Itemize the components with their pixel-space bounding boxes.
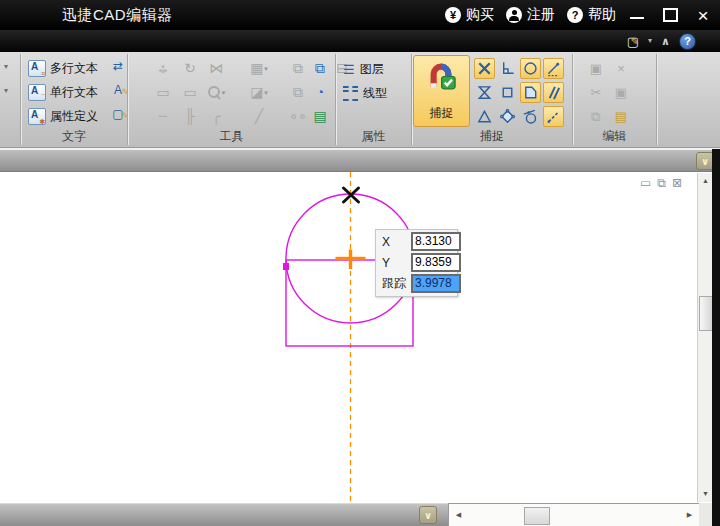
move-icon [156, 61, 170, 75]
document-window-controls: ▭⧉⊠ [640, 177, 682, 189]
layers-label: 图层 [360, 61, 384, 78]
chamfer-button[interactable]: ╱ [246, 106, 272, 126]
paste-button[interactable]: ▣ [585, 58, 607, 78]
layers-icon: ☰ [343, 63, 355, 76]
edit-text-icon[interactable]: A✎ [110, 82, 126, 98]
layers-button[interactable]: ☰图层 [343, 60, 384, 78]
edit-attribute-icon[interactable]: ▢✎ [110, 106, 126, 122]
doc-minimize[interactable]: ▭ [640, 177, 651, 189]
tray-1-icon: ▭ [156, 85, 169, 99]
scroll-up-button[interactable]: ▲ [698, 173, 713, 188]
group-divider [656, 54, 657, 145]
snap-apparent-icon [476, 108, 493, 125]
text-scale-icon[interactable]: ⇄ [110, 58, 126, 74]
erase-dropdown-icon[interactable]: ▾ [264, 89, 268, 96]
snap-nearest-icon [545, 60, 562, 77]
snap-node-button[interactable] [497, 82, 518, 103]
vertical-scroll-thumb[interactable] [699, 296, 713, 331]
update-reference-button[interactable]: ◔ [307, 82, 333, 102]
paste-special-button[interactable]: ▣ [610, 82, 632, 102]
snap-insertion-button[interactable] [497, 106, 518, 127]
y-label: Y [378, 256, 411, 270]
doc-close[interactable]: ⊠ [672, 177, 682, 189]
tooltip-row-track: 跟踪3.9978 [378, 274, 455, 293]
toolbar-dropdown-icon[interactable]: ▾ [648, 37, 652, 45]
snap-quadrant-button[interactable] [520, 82, 541, 103]
buy-icon: ¥ [445, 7, 461, 23]
snap-extension-button[interactable] [543, 106, 564, 127]
dtext-label: 单行文本 [50, 84, 98, 101]
format-painter-icon: ▤ [615, 110, 627, 123]
snap-intersection-button[interactable] [474, 58, 495, 79]
cut-button[interactable]: ✂ [585, 82, 607, 102]
y-value-field[interactable]: 9.8359 [411, 253, 461, 272]
erase-button[interactable]: ◪▾ [246, 82, 272, 102]
clipped-dropdown-icon[interactable]: ▾ [4, 62, 8, 71]
x-value-field[interactable]: 8.3130 [411, 232, 461, 251]
track-label: 跟踪 [378, 275, 411, 292]
zoom-object-dropdown-icon[interactable]: ▾ [222, 89, 226, 96]
paste-icon: ▣ [590, 62, 602, 75]
quick-help-icon[interactable]: ? [679, 33, 696, 50]
linetype-button[interactable]: 线型 [343, 84, 387, 102]
expand-commandline-button[interactable]: ∨ [419, 506, 437, 524]
titlebar-actions: ¥购买注册?帮助 [445, 0, 616, 30]
collapse-ribbon-icon[interactable]: ∧ [661, 36, 670, 47]
horizontal-scroll-thumb[interactable] [524, 507, 550, 525]
zoom-object-button[interactable]: ▾ [203, 82, 229, 102]
cut-icon: ✂ [591, 86, 602, 99]
move-button[interactable] [150, 58, 176, 78]
snap-toggle-button[interactable]: 捕捉 [413, 55, 470, 127]
snap-center-button[interactable] [520, 58, 541, 79]
break-line-button[interactable]: ╟ [177, 106, 203, 126]
collapsed-toolbar-band: ∨ [0, 149, 713, 172]
snap-insertion-icon [499, 108, 516, 125]
quick-access-bar: ▢✎▾∧? [627, 32, 696, 50]
array-dropdown-icon[interactable]: ▾ [264, 65, 268, 72]
add-to-library-button[interactable]: ▤ [307, 106, 333, 126]
mirror-button[interactable]: ⋈ [203, 58, 229, 78]
snap-tangent-button[interactable] [520, 106, 541, 127]
register-button[interactable]: 注册 [506, 6, 555, 24]
maximize-button[interactable] [661, 5, 679, 25]
scroll-left-button[interactable]: ◀ [451, 507, 466, 522]
snap-intersection-icon [476, 60, 493, 77]
snap-nearest-button[interactable] [543, 58, 564, 79]
tray-2-button[interactable]: ▭ [177, 82, 203, 102]
dtext-button[interactable]: A¯单行文本 [28, 82, 98, 102]
point-style-button[interactable]: ┄ [150, 106, 176, 126]
scrollbar-corner [699, 503, 712, 526]
scroll-right-button[interactable]: ▶ [682, 507, 697, 522]
fillet-button[interactable]: ╭ [203, 106, 229, 126]
copy-clip-icon: ⧉ [591, 110, 600, 123]
format-painter-button[interactable]: ▤ [610, 106, 632, 126]
snap-perpendicular-button[interactable] [497, 58, 518, 79]
buy-button[interactable]: ¥购买 [445, 6, 494, 24]
rotate-button[interactable]: ↻ [177, 58, 203, 78]
magnet-icon [426, 63, 456, 90]
help-button[interactable]: ?帮助 [567, 6, 616, 24]
clipped-dropdown-icon[interactable]: ▾ [4, 86, 8, 95]
track-value-field[interactable]: 3.9978 [411, 274, 461, 293]
attdef-button[interactable]: A✱属性定义 [28, 106, 98, 126]
drawing-canvas[interactable] [0, 172, 712, 503]
snap-midpoint-button[interactable] [474, 82, 495, 103]
snap-parallel-button[interactable] [543, 82, 564, 103]
maximize-button-icon [663, 8, 678, 22]
vertical-scrollbar[interactable]: ▲ ▼ [697, 173, 712, 502]
horizontal-scrollbar[interactable]: ◀ ▶ [448, 503, 699, 526]
zoom-object-icon [207, 85, 221, 99]
mtext-button[interactable]: A≡多行文本 [28, 58, 98, 78]
scroll-down-button[interactable]: ▼ [698, 486, 713, 501]
doc-restore[interactable]: ⧉ [657, 177, 666, 189]
copy-clip-button[interactable]: ⧉ [585, 106, 607, 126]
array-button[interactable]: ▦▾ [246, 58, 272, 78]
tray-1-button[interactable]: ▭ [150, 82, 176, 102]
tooltip-row-x: X8.3130 [378, 232, 455, 251]
tray-2-icon: ▭ [183, 85, 196, 99]
close-button[interactable]: × [694, 5, 712, 25]
delete-button[interactable]: × [610, 58, 632, 78]
annotate-icon[interactable]: ▢✎ [627, 35, 639, 48]
minimize-button[interactable] [628, 5, 646, 25]
snap-apparent-button[interactable] [474, 106, 495, 127]
